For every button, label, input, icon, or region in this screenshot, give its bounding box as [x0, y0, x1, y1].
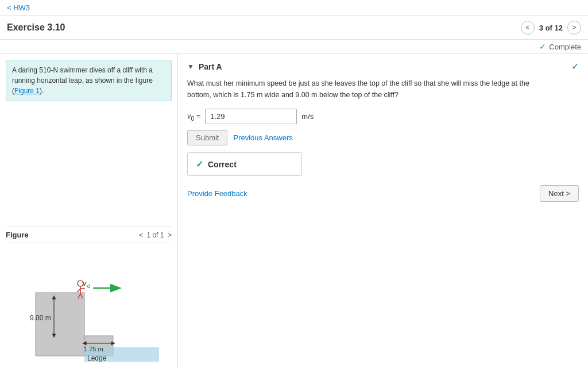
svg-text:Ledge: Ledge — [87, 354, 107, 362]
part-a-title: ▼ Part A — [187, 62, 222, 71]
previous-answers-link[interactable]: Previous Answers — [233, 133, 292, 142]
figure-section: Figure < 1 of 1 > v 0 — [6, 227, 172, 362]
unit-label: m/s — [301, 112, 314, 121]
submit-button[interactable]: Submit — [187, 130, 227, 145]
complete-check-icon: ✓ — [539, 42, 546, 51]
part-a-complete-check-icon: ✓ — [571, 61, 579, 72]
left-panel: A daring 510-N swimmer dives off a cliff… — [0, 54, 178, 367]
exercise-count: 3 of 12 — [539, 24, 563, 32]
figure-link[interactable]: Figure 1 — [14, 87, 40, 95]
next-exercise-button[interactable]: > — [567, 21, 581, 34]
complete-label: Complete — [549, 43, 581, 51]
back-to-hw-link[interactable]: < HW3 — [7, 3, 30, 12]
exercise-title: Exercise 3.10 — [7, 22, 65, 33]
problem-text-box: A daring 510-N swimmer dives off a cliff… — [6, 60, 172, 101]
buttons-row: Submit Previous Answers — [187, 130, 579, 145]
provide-feedback-link[interactable]: Provide Feedback — [187, 189, 247, 198]
figure-prev-button[interactable]: < — [139, 231, 144, 239]
answer-input[interactable] — [205, 109, 297, 124]
figure-nav: < 1 of 1 > — [139, 231, 172, 239]
problem-text-end: ). — [40, 87, 44, 95]
part-a-header: ▼ Part A ✓ — [187, 61, 579, 72]
svg-text:9.00 m: 9.00 m — [30, 314, 51, 322]
figure-drawing: v 0 — [6, 247, 172, 362]
figure-header: Figure < 1 of 1 > — [6, 227, 172, 243]
navigation-controls: < 3 of 12 > — [521, 21, 581, 34]
svg-text:1.75 m: 1.75 m — [84, 346, 103, 352]
svg-text:0: 0 — [87, 283, 90, 289]
variable-label: v0 = — [187, 112, 200, 122]
next-button[interactable]: Next > — [540, 185, 579, 202]
collapse-arrow-icon[interactable]: ▼ — [187, 63, 194, 71]
svg-line-8 — [77, 289, 80, 292]
question-text: What must her minimum speed be just as s… — [187, 78, 555, 101]
figure-label: Figure — [6, 231, 29, 239]
input-row: v0 = m/s — [187, 109, 579, 124]
figure-next-button[interactable]: > — [167, 231, 172, 239]
prev-exercise-button[interactable]: < — [521, 21, 535, 34]
correct-label: Correct — [208, 160, 237, 169]
feedback-next-row: Provide Feedback Next > — [187, 185, 579, 202]
figure-page-count: 1 of 1 — [146, 231, 164, 239]
complete-bar: ✓ Complete — [0, 40, 588, 54]
part-a-label: Part A — [199, 62, 222, 71]
correct-check-icon: ✓ — [196, 159, 203, 170]
correct-banner: ✓ Correct — [187, 152, 302, 176]
svg-rect-0 — [36, 293, 84, 356]
right-panel: ▼ Part A ✓ What must her minimum speed b… — [178, 54, 588, 367]
